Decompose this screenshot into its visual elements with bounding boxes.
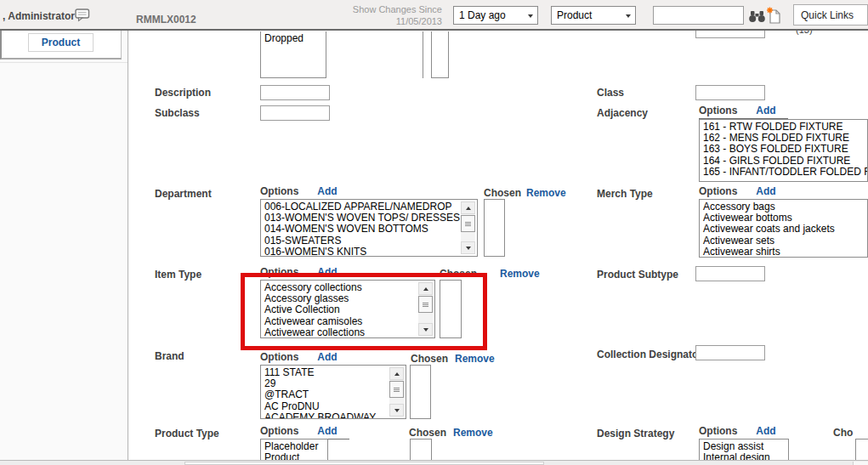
add-button[interactable]: Add (317, 185, 337, 197)
list-option[interactable]: @TRACT (261, 389, 406, 400)
product-type-chosen-listbox[interactable] (410, 439, 432, 462)
new-item-icon[interactable] (767, 7, 782, 24)
add-button[interactable]: Add (756, 185, 775, 197)
horizontal-scrollbar[interactable] (0, 460, 868, 465)
scrollbar-thumb[interactable] (461, 215, 475, 232)
add-button[interactable]: Add (317, 266, 337, 278)
adjacency-label: Adjacency (597, 107, 648, 119)
list-option[interactable]: Dropped (261, 33, 326, 44)
triangle-down-icon (423, 328, 428, 332)
list-option[interactable]: AC ProDNU (261, 401, 406, 412)
product-subtype-input[interactable] (695, 266, 765, 281)
type-dropdown-value: Product (557, 9, 592, 21)
add-button[interactable]: Add (317, 425, 337, 437)
vertical-scrollbar[interactable] (461, 201, 475, 254)
remove-button[interactable]: Remove (500, 268, 540, 280)
adjacency-options-header: OptionsAdd (699, 105, 788, 119)
speech-bubble-icon[interactable] (75, 9, 91, 22)
adjacency-options-listbox[interactable]: 161 - RTW FOLDED FIXTURE 162 - MENS FOLD… (699, 119, 868, 182)
clipped-input[interactable] (695, 31, 765, 38)
triangle-down-icon (466, 247, 471, 250)
brand-chosen-listbox[interactable] (410, 365, 431, 419)
scrollbar-thumb[interactable] (389, 381, 404, 398)
sidebar-shadow-line (0, 62, 128, 63)
type-dropdown[interactable]: Product (551, 6, 636, 25)
period-dropdown[interactable]: 1 Day ago (453, 6, 538, 25)
list-option[interactable]: Activewear shirts (700, 247, 867, 258)
remove-button[interactable]: Remove (455, 353, 495, 365)
department-options-header: OptionsAdd (260, 185, 349, 200)
triangle-up-icon (394, 372, 400, 376)
list-option[interactable]: 164 - GIRLS FOLDED FIXTURE (700, 156, 867, 167)
list-option[interactable]: 163 - BOYS FOLDED FIXTURE (700, 144, 867, 155)
list-option[interactable]: 015-SWEATERS (261, 235, 477, 247)
design-strategy-chosen-listbox[interactable] (855, 439, 868, 462)
scroll-up-button[interactable] (389, 367, 404, 380)
add-button[interactable]: Add (756, 425, 775, 437)
merch-type-options-header: OptionsAdd (699, 185, 788, 200)
triangle-up-icon (466, 207, 471, 210)
list-option[interactable]: Active Collection (261, 304, 434, 315)
quick-links-menu[interactable]: Quick Links (793, 4, 868, 26)
vertical-scrollbar[interactable] (418, 282, 433, 336)
class-label: Class (597, 87, 624, 99)
list-option[interactable]: Activewear coats and jackets (700, 224, 867, 235)
product-type-label: Product Type (155, 428, 219, 439)
brand-options-listbox[interactable]: 111 STATE 29 @TRACT AC ProDNU ACADEMY BR… (260, 365, 406, 419)
remove-button[interactable]: Remove (453, 427, 493, 439)
item-type-options-listbox[interactable]: Accessory collections Accessory glasses … (260, 280, 435, 338)
chosen-label: Chosen (411, 353, 448, 365)
scroll-down-button[interactable] (418, 323, 433, 336)
list-option[interactable]: 165 - INFANT/TODDLER FOLDED FIXTURE (700, 167, 867, 178)
search-input[interactable] (653, 6, 744, 25)
horizontal-scrollbar-thumb[interactable] (184, 462, 544, 465)
list-option[interactable]: 016-WOMEN'S KNITS (261, 247, 477, 257)
window-code: RMMLX0012 (136, 14, 196, 26)
department-chosen-listbox[interactable] (484, 199, 505, 257)
item-type-label: Item Type (155, 269, 201, 281)
list-option[interactable]: Activewear sets (700, 235, 867, 247)
scrollbar-thumb[interactable] (418, 296, 433, 313)
design-strategy-options-listbox[interactable]: Design assist Internal design (699, 439, 789, 462)
status-options-listbox[interactable]: Dropped (260, 31, 326, 78)
add-button[interactable]: Add (756, 105, 775, 116)
item-type-options-header: OptionsAdd (260, 266, 349, 281)
list-option[interactable]: 111 STATE (261, 367, 406, 378)
thumb-grip-icon (394, 388, 400, 392)
scroll-down-button[interactable] (389, 404, 404, 417)
chosen-label-clipped: Cho (833, 427, 853, 439)
triangle-up-icon (423, 287, 428, 291)
status-chosen-listbox[interactable] (431, 31, 449, 78)
chevron-down-icon (626, 14, 631, 18)
vertical-scrollbar[interactable] (389, 367, 404, 417)
scroll-up-button[interactable] (461, 201, 475, 214)
list-option[interactable]: Activewear camisoles (261, 316, 434, 327)
thumb-grip-icon (423, 303, 428, 307)
product-type-options-listbox[interactable]: Placeholder Product (260, 439, 328, 462)
scrollbar-corner (853, 462, 868, 465)
scroll-down-button[interactable] (461, 241, 475, 254)
options-label: Options (260, 185, 298, 197)
department-options-listbox[interactable]: 006-LOCALIZED APPAREL/NAMEDROP 013-WOMEN… (260, 199, 478, 257)
remove-button[interactable]: Remove (526, 187, 566, 199)
scroll-up-button[interactable] (418, 282, 433, 295)
sidebar-item-product[interactable]: Product (28, 33, 94, 52)
collection-designator-input[interactable] (695, 345, 765, 360)
list-option[interactable]: ACADEMY BROADWAY (261, 412, 406, 419)
show-changes-since: Show Changes Since 11/05/2013 (321, 3, 442, 27)
subclass-input[interactable] (260, 105, 330, 121)
description-input[interactable] (260, 85, 330, 100)
list-option[interactable]: 014-WOMEN'S WOVEN BOTTOMS (261, 224, 477, 235)
description-label: Description (155, 87, 211, 99)
merch-type-options-listbox[interactable]: Accessory bags Activewear bottoms Active… (699, 199, 868, 258)
sidebar-item-product-label: Product (42, 37, 80, 48)
brand-options-header: OptionsAdd (260, 351, 349, 366)
item-type-chosen-listbox[interactable] (440, 280, 462, 338)
binoculars-search-icon[interactable] (748, 10, 766, 23)
add-button[interactable]: Add (317, 351, 337, 363)
class-input[interactable] (695, 85, 765, 100)
chosen-label: Chosen (440, 268, 477, 280)
subclass-label: Subclass (155, 107, 200, 119)
list-option[interactable]: Activewear collections (261, 327, 434, 338)
show-changes-label: Show Changes Since (321, 3, 442, 15)
